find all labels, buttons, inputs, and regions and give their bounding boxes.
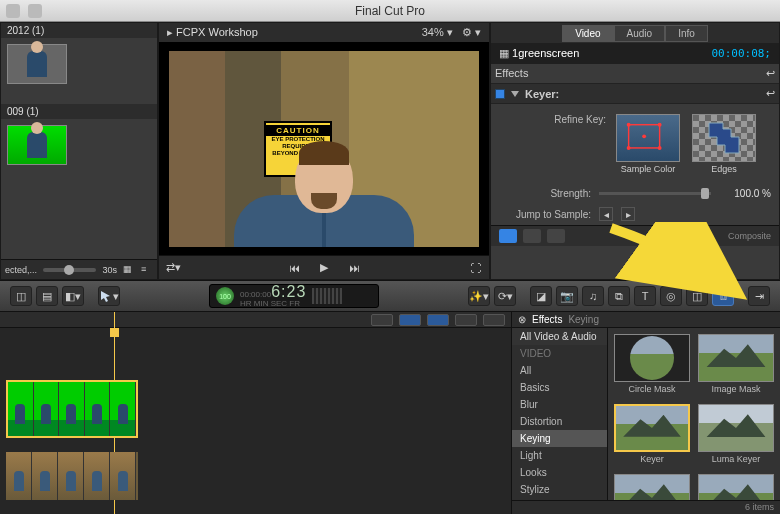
clip-name: 1greenscreen <box>512 47 579 59</box>
pointer-tool-icon[interactable]: ▾ <box>98 286 120 306</box>
filmstrip-icon[interactable]: ▦ <box>123 264 135 276</box>
jump-to-sample-row: Jump to Sample: ◂ ▸ <box>491 203 779 225</box>
sidebar-item-distortion[interactable]: Distortion <box>512 413 607 430</box>
next-sample-button[interactable]: ▸ <box>621 207 635 221</box>
svg-point-2 <box>658 123 662 127</box>
breadcrumb[interactable]: Keying <box>568 314 599 325</box>
effects-footer: 6 items <box>512 500 780 514</box>
fullscreen-button[interactable]: ⛶ <box>467 261 483 275</box>
reset-icon[interactable]: ↩ <box>766 67 775 80</box>
composite-label: Composite <box>728 231 771 241</box>
timeline-index-icon[interactable]: ▤ <box>36 286 58 306</box>
timeline-clip-greenscreen[interactable] <box>6 380 138 438</box>
effect-enable-checkbox[interactable] <box>495 89 505 99</box>
dashboard-icon[interactable]: ◫ <box>10 286 32 306</box>
next-frame-button[interactable]: ⏭ <box>346 261 362 275</box>
clip-thumbnail[interactable] <box>7 44 67 84</box>
svg-point-5 <box>642 134 646 138</box>
camera-icon[interactable]: 📷 <box>556 286 578 306</box>
timeline-history-back[interactable] <box>371 314 393 326</box>
svg-point-3 <box>627 146 631 150</box>
toolbar: ◫ ▤ ◧▾ ▾ 100 00:00:006:23 HR MIN SEC FR … <box>0 280 780 312</box>
strength-slider[interactable] <box>599 192 711 195</box>
list-icon[interactable]: ≡ <box>141 264 153 276</box>
viewer-transport: ⇄▾ ⏮ ▶ ⏭ ⛶ <box>159 255 489 279</box>
music-icon[interactable]: ♫ <box>582 286 604 306</box>
effects-grid: Circle Mask Image Mask Keyer Luma Keyer <box>608 328 780 500</box>
effect-item[interactable]: Luma Keyer <box>698 404 774 464</box>
sidebar-heading-video: VIDEO <box>512 345 607 362</box>
prev-frame-button[interactable]: ⏮ <box>286 261 302 275</box>
close-icon[interactable]: ⊗ <box>518 314 526 325</box>
sidebar-item-looks[interactable]: Looks <box>512 464 607 481</box>
snap-icon[interactable] <box>399 314 421 326</box>
breadcrumb[interactable]: Effects <box>532 314 562 325</box>
reset-icon[interactable]: ↩ <box>766 87 775 100</box>
chevron-down-icon[interactable] <box>511 91 519 97</box>
tab-audio[interactable]: Audio <box>614 25 666 42</box>
background-tasks-icon[interactable]: 100 <box>216 287 234 305</box>
strength-value[interactable]: 100.0 % <box>719 188 771 199</box>
effects-browser-panel: ⊗ Effects Keying All Video & Audio VIDEO… <box>511 312 780 514</box>
effect-item[interactable] <box>698 474 774 500</box>
themes-icon[interactable]: ◫ <box>686 286 708 306</box>
sample-color-tool[interactable] <box>616 114 680 162</box>
skimming-icon[interactable] <box>427 314 449 326</box>
library-icon[interactable] <box>6 4 20 18</box>
effect-item[interactable]: Image Mask <box>698 334 774 394</box>
inspector-panel: Video Audio Info ▦ 1greenscreen 00:00:08… <box>490 22 780 280</box>
sidebar-item-blur[interactable]: Blur <box>512 396 607 413</box>
app-title: Final Cut Pro <box>355 4 425 18</box>
play-button[interactable]: ▶ <box>316 261 332 275</box>
edges-tool[interactable] <box>692 114 756 162</box>
browser-footer: ected,... 30s ▦ ≡ <box>1 259 157 279</box>
view-mode-icon[interactable] <box>523 229 541 243</box>
timeline-clip-background[interactable] <box>6 452 138 500</box>
inspector-tabs: Video Audio Info <box>491 23 779 43</box>
effect-item[interactable] <box>614 474 690 500</box>
clip-thumbnail[interactable] <box>7 125 67 165</box>
svg-point-1 <box>627 123 631 127</box>
view-mode-icon[interactable] <box>547 229 565 243</box>
strength-row: Strength: 100.0 % <box>491 184 779 203</box>
audio-skim-icon[interactable] <box>455 314 477 326</box>
photos-browser-icon[interactable]: ◪ <box>530 286 552 306</box>
group-header[interactable]: 2012 (1) <box>1 23 157 38</box>
title-bar: Final Cut Pro <box>0 0 780 22</box>
prev-sample-button[interactable]: ◂ <box>599 207 613 221</box>
tab-video[interactable]: Video <box>562 25 613 42</box>
viewer-options-icon[interactable]: ⇄▾ <box>165 261 181 275</box>
person-subject <box>229 145 419 247</box>
group-header[interactable]: 009 (1) <box>1 104 157 119</box>
sidebar-item-keying[interactable]: Keying <box>512 430 607 447</box>
solo-icon[interactable] <box>483 314 505 326</box>
generators-icon[interactable]: ◎ <box>660 286 682 306</box>
effect-item[interactable]: Keyer <box>614 404 690 464</box>
viewer-canvas[interactable]: CAUTION EYE PROTECTION REQUIRED BEYOND T… <box>159 42 489 255</box>
titles-icon[interactable]: T <box>634 286 656 306</box>
clip-timecode: 00:00:08; <box>711 47 771 60</box>
sidebar-item-stylize[interactable]: Stylize <box>512 481 607 498</box>
zoom-level[interactable]: 34% <box>422 26 444 38</box>
effect-item[interactable]: Circle Mask <box>614 334 690 394</box>
sidebar-item-all[interactable]: All <box>512 362 607 379</box>
svg-point-4 <box>658 146 662 150</box>
tab-info[interactable]: Info <box>665 25 708 42</box>
effect-keyer-row[interactable]: Keyer: ↩ <box>491 83 779 104</box>
thumbnail-size-slider[interactable] <box>43 268 96 272</box>
inspector-toggle-icon[interactable]: ⇥ <box>748 286 770 306</box>
effects-browser-button[interactable]: ⧈ <box>712 286 734 306</box>
clip-appearance-icon[interactable]: ◧▾ <box>62 286 84 306</box>
import-icon[interactable] <box>28 4 42 18</box>
viewer-panel: ▸ FCPX Workshop 34% ▾ ⚙ ▾ CAUTION EYE PR… <box>158 22 490 280</box>
sidebar-item-light[interactable]: Light <box>512 447 607 464</box>
transitions-icon[interactable]: ⧉ <box>608 286 630 306</box>
timeline[interactable] <box>0 312 511 514</box>
view-mode-icon[interactable] <box>499 229 517 243</box>
timecode-display[interactable]: 100 00:00:006:23 HR MIN SEC FR <box>209 284 379 308</box>
project-title: FCPX Workshop <box>176 26 258 38</box>
sidebar-item-all-av[interactable]: All Video & Audio <box>512 328 607 345</box>
enhance-icon[interactable]: ✨▾ <box>468 286 490 306</box>
retime-icon[interactable]: ⟳▾ <box>494 286 516 306</box>
sidebar-item-basics[interactable]: Basics <box>512 379 607 396</box>
